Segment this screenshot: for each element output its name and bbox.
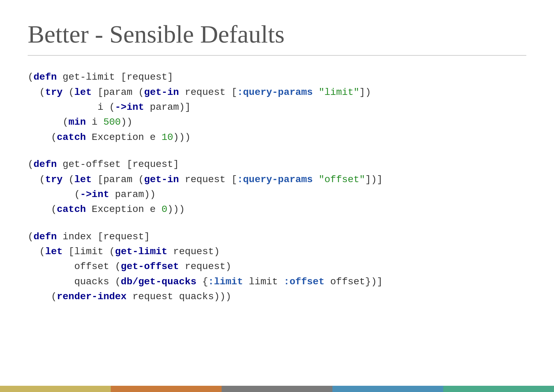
code-line: (->int param)) bbox=[28, 187, 526, 202]
code-line: (catch Exception e 10))) bbox=[28, 130, 526, 145]
slide-title: Better - Sensible Defaults bbox=[28, 21, 526, 48]
code-section-get-limit: (defn get-limit [request] (try (let [par… bbox=[28, 70, 526, 145]
bar-segment-1 bbox=[0, 386, 111, 392]
code-line: (min i 500)) bbox=[28, 115, 526, 130]
code-line: (try (let [param (get-in request [:query… bbox=[28, 85, 526, 100]
title-divider bbox=[28, 55, 526, 56]
code-line: (render-index request quacks))) bbox=[28, 289, 526, 304]
bar-segment-3 bbox=[222, 386, 332, 392]
bar-segment-2 bbox=[111, 386, 222, 392]
code-section-get-offset: (defn get-offset [request] (try (let [pa… bbox=[28, 157, 526, 217]
code-line: (let [limit (get-limit request) bbox=[28, 244, 526, 259]
code-line: quacks (db/get-quacks {:limit limit :off… bbox=[28, 274, 526, 289]
code-line: (defn get-offset [request] bbox=[28, 157, 526, 172]
bar-segment-4 bbox=[332, 386, 443, 392]
bar-segment-5 bbox=[443, 386, 554, 392]
code-line: i (->int param)] bbox=[28, 100, 526, 115]
code-line: (catch Exception e 0))) bbox=[28, 202, 526, 217]
code-line: (defn get-limit [request] bbox=[28, 70, 526, 84]
bottom-bar bbox=[0, 386, 554, 392]
code-section-index: (defn index [request] (let [limit (get-l… bbox=[28, 229, 526, 304]
code-line: (try (let [param (get-in request [:query… bbox=[28, 172, 526, 187]
code-line: offset (get-offset request) bbox=[28, 259, 526, 274]
code-block: (defn get-limit [request] (try (let [par… bbox=[28, 70, 526, 304]
slide-container: Better - Sensible Defaults (defn get-lim… bbox=[0, 0, 554, 392]
code-line: (defn index [request] bbox=[28, 229, 526, 244]
